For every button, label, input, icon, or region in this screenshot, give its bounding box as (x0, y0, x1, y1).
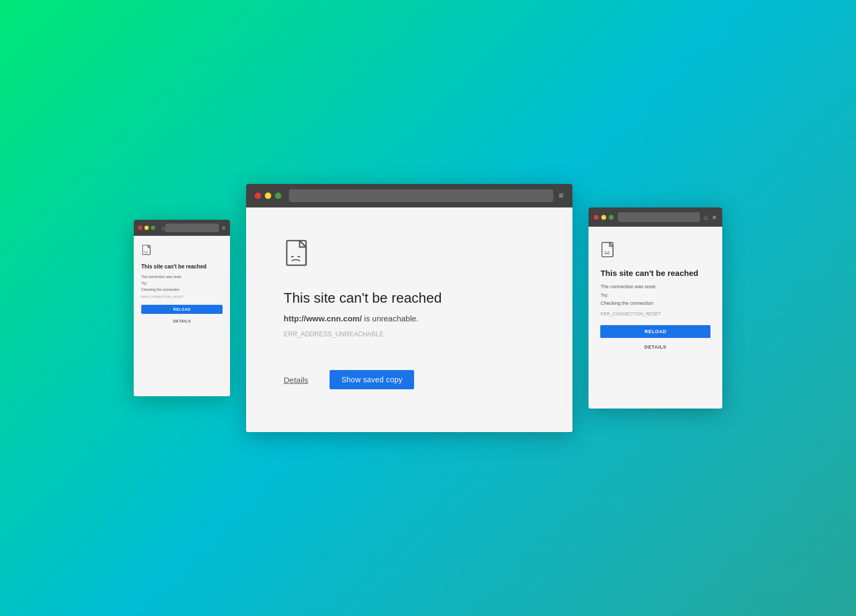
window-dots-left (138, 226, 155, 230)
titlebar-small-left: ⌂ ≡ (134, 220, 230, 236)
titlebar-large: ≡ (246, 184, 572, 207)
error-title-medium: This site can't be reached (600, 268, 698, 278)
window-dots-large (255, 192, 281, 199)
dot-red-medium (594, 215, 599, 220)
error-desc-medium-2: Try: (600, 292, 608, 299)
dot-green-medium (609, 215, 614, 220)
error-code-medium: ERR_CONNECTION_RESET (600, 311, 661, 317)
address-bar-large (289, 189, 553, 202)
home-icon-medium: ⌂ (704, 213, 708, 221)
error-title-left: This site can't be reached (141, 264, 207, 270)
error-code-left: ERR_CONNECTION_RESET (141, 295, 184, 298)
dot-red-large (255, 192, 261, 199)
menu-icon-left: ≡ (222, 225, 226, 231)
content-large: This site can't be reached http://www.cn… (246, 207, 572, 432)
browser-large: ≡ This site can't be reached http://www.… (246, 184, 572, 432)
reload-button-medium[interactable]: RELOAD (600, 325, 710, 338)
error-icon-medium (600, 242, 617, 261)
dot-yellow (144, 226, 149, 230)
address-bar-left (165, 224, 219, 232)
titlebar-medium: ⌂ ≡ (588, 207, 722, 227)
dot-green (151, 226, 155, 230)
error-title-large: This site can't be reached (284, 290, 441, 306)
dot-yellow-medium (601, 215, 606, 220)
error-code-large: ERR_ADDRESS_UNREACHABLE (284, 330, 384, 338)
error-icon-left (141, 244, 153, 258)
browser-medium-right: ⌂ ≡ This site can't be reached The conne… (588, 207, 722, 409)
dot-yellow-large (265, 192, 271, 199)
error-url-link: http://www.cnn.com/ (284, 314, 362, 323)
error-desc-medium-3: Checking the connection (600, 300, 653, 307)
error-actions-large: Details Show saved copy (284, 370, 414, 389)
show-saved-copy-button[interactable]: Show saved copy (330, 370, 414, 389)
home-icon: ⌂ (162, 225, 165, 231)
menu-icon-large: ≡ (559, 191, 564, 201)
details-link-medium[interactable]: DETAILS (600, 344, 710, 350)
details-link-left[interactable]: DETAILS (141, 319, 223, 323)
dot-green-large (275, 192, 281, 199)
window-dots-medium (594, 215, 614, 220)
browser-small-left: ⌂ ≡ This site can't be reached The conne… (134, 220, 230, 396)
error-desc-left-3: Checking the connection (141, 287, 179, 292)
error-icon-large (284, 240, 314, 273)
details-link-large[interactable]: Details (284, 375, 308, 384)
dot-red (138, 226, 142, 230)
error-desc-left-2: Try: (141, 281, 147, 286)
error-url-suffix: is unreachable. (362, 314, 418, 323)
reload-button-left[interactable]: RELOAD (141, 305, 223, 314)
content-medium: This site can't be reached The connectio… (588, 227, 722, 409)
error-url-large: http://www.cnn.com/ is unreachable. (284, 314, 418, 323)
content-small-left: This site can't be reached The connectio… (134, 236, 230, 396)
error-desc-left-1: The connection was reset. (141, 274, 182, 280)
menu-icon-medium: ≡ (712, 213, 717, 221)
error-desc-medium-1: The connection was reset. (600, 283, 656, 291)
scene: ⌂ ≡ This site can't be reached The conne… (134, 184, 722, 432)
address-bar-medium (618, 212, 699, 222)
